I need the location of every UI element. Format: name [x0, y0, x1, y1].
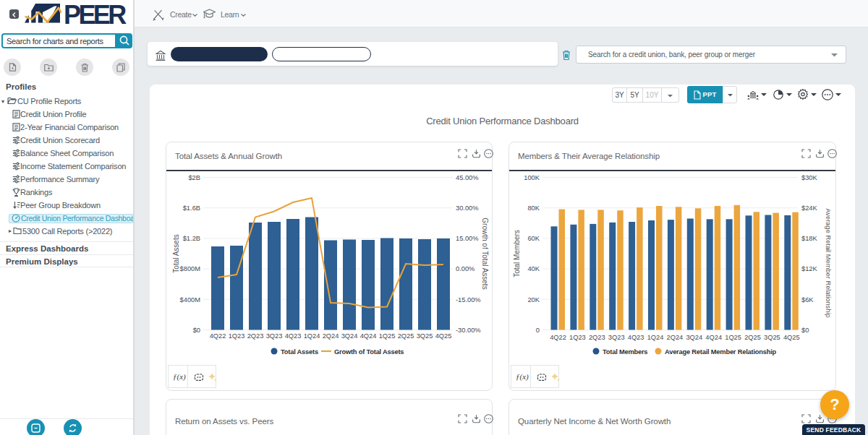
svg-text:3Q25: 3Q25: [417, 332, 433, 340]
svg-text:2Q23: 2Q23: [247, 332, 264, 340]
svg-text:0.00%: 0.00%: [456, 265, 475, 272]
svg-text:1Q23: 1Q23: [229, 332, 245, 340]
svg-text:$1.2B: $1.2B: [183, 235, 200, 242]
svg-text:1Q24: 1Q24: [304, 332, 320, 340]
svg-text:$1.6B: $1.6B: [183, 204, 200, 212]
svg-text:$12K: $12K: [801, 265, 818, 272]
svg-text:-15.00%: -15.00%: [456, 296, 481, 303]
svg-text:Total Assets: Total Assets: [281, 348, 318, 356]
svg-text:0: 0: [536, 327, 540, 334]
svg-text:2Q25: 2Q25: [398, 332, 414, 340]
svg-text:20K: 20K: [527, 296, 540, 303]
svg-text:Average Retail Member Relation: Average Retail Member Relationship: [825, 208, 832, 317]
svg-text:4Q23: 4Q23: [628, 334, 644, 341]
svg-text:3Q23: 3Q23: [266, 332, 283, 340]
svg-text:1Q25: 1Q25: [725, 334, 741, 341]
svg-text:4Q24: 4Q24: [360, 332, 377, 340]
svg-text:Total Members: Total Members: [513, 230, 521, 277]
svg-text:4Q24: 4Q24: [705, 334, 722, 341]
svg-text:1Q24: 1Q24: [647, 334, 664, 341]
svg-text:Growth of Total Assets: Growth of Total Assets: [481, 218, 489, 289]
svg-text:2Q24: 2Q24: [323, 332, 339, 340]
svg-text:$6K: $6K: [801, 296, 814, 303]
svg-text:2Q25: 2Q25: [744, 334, 761, 341]
svg-text:1Q23: 1Q23: [569, 334, 586, 341]
svg-text:1Q25: 1Q25: [379, 332, 396, 340]
svg-text:2Q24: 2Q24: [667, 334, 684, 341]
svg-text:$400M: $400M: [180, 296, 200, 303]
svg-text:4Q25: 4Q25: [435, 332, 452, 340]
svg-text:$18K: $18K: [801, 235, 818, 242]
svg-text:-30.00%: -30.00%: [456, 327, 481, 334]
svg-text:$30K: $30K: [801, 174, 818, 181]
svg-text:$0: $0: [193, 327, 200, 334]
svg-text:Total Assets: Total Assets: [172, 234, 180, 272]
svg-text:4Q25: 4Q25: [783, 334, 800, 341]
svg-text:2Q23: 2Q23: [589, 334, 605, 341]
svg-text:60K: 60K: [527, 235, 540, 242]
svg-text:3Q25: 3Q25: [764, 334, 780, 341]
svg-text:3Q24: 3Q24: [341, 332, 358, 340]
svg-text:80K: 80K: [527, 204, 540, 212]
svg-text:Average Retail Member Relation: Average Retail Member Relationship: [665, 348, 777, 356]
svg-text:4Q22: 4Q22: [210, 332, 226, 340]
svg-text:$2B: $2B: [188, 174, 200, 181]
svg-text:45.00%: 45.00%: [456, 174, 479, 181]
svg-text:$24K: $24K: [801, 204, 818, 212]
svg-text:40K: 40K: [527, 265, 540, 272]
svg-text:Growth of Total Assets: Growth of Total Assets: [334, 348, 404, 356]
svg-text:$0: $0: [801, 327, 809, 334]
svg-text:4Q22: 4Q22: [550, 334, 566, 341]
svg-text:30.00%: 30.00%: [456, 204, 479, 212]
svg-text:4Q23: 4Q23: [285, 332, 302, 340]
svg-text:$800M: $800M: [180, 265, 200, 272]
svg-text:100K: 100K: [524, 174, 540, 181]
svg-text:3Q23: 3Q23: [608, 334, 625, 341]
svg-text:15.00%: 15.00%: [456, 235, 479, 242]
svg-text:3Q24: 3Q24: [686, 334, 702, 341]
svg-text:Total Members: Total Members: [603, 348, 647, 356]
